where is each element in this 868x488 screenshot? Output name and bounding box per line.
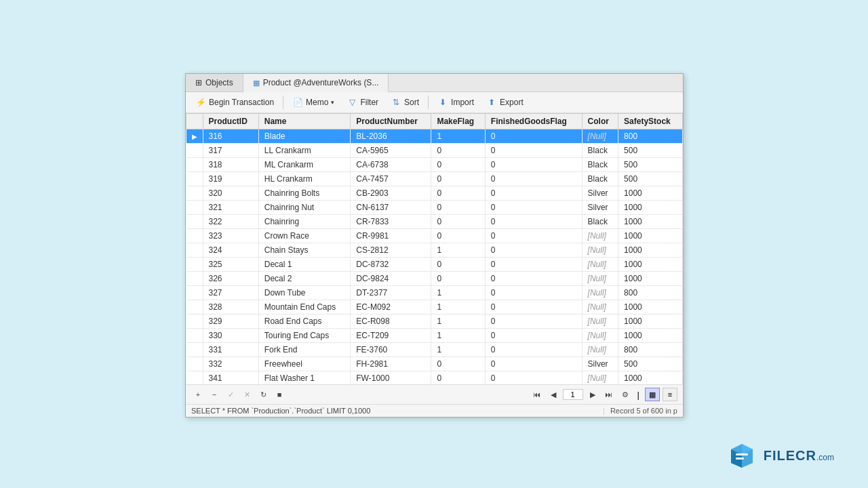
table-row[interactable]: 318ML CrankarmCA-673800Black500 [186, 158, 683, 172]
cell-color: [Null] [582, 229, 618, 243]
filter-button[interactable]: ▽ Filter [341, 95, 384, 110]
row-indicator [186, 272, 203, 286]
cell-makeflag: 0 [431, 258, 485, 272]
cell-color: Black [582, 144, 618, 158]
cell-finishedgoodsflag: 0 [485, 357, 582, 371]
table-row[interactable]: ▶316BladeBL-203610[Null]800 [186, 129, 683, 144]
cancel-button[interactable]: ✕ [240, 388, 254, 401]
table-row[interactable]: 325Decal 1DC-873200[Null]1000 [186, 258, 683, 272]
table-row[interactable]: 327Down TubeDT-237710[Null]800 [186, 286, 683, 300]
tab-objects[interactable]: ⊞ Objects [186, 74, 243, 92]
cell-makeflag: 1 [431, 314, 485, 329]
table-row[interactable]: 328Mountain End CapsEC-M09210[Null]1000 [186, 300, 683, 314]
table-row[interactable]: 319HL CrankarmCA-745700Black500 [186, 172, 683, 186]
table-row[interactable]: 322ChainringCR-783300Black1000 [186, 215, 683, 229]
prev-page-button[interactable]: ◀ [547, 388, 560, 401]
cell-productnumber: EC-M092 [351, 300, 431, 314]
cell-name: Chainring [258, 215, 350, 229]
col-safety-stock[interactable]: SafetyStock [618, 114, 683, 129]
cell-safetystock: 500 [618, 172, 683, 186]
grid-view-button[interactable]: ▦ [645, 388, 660, 401]
cell-makeflag: 0 [431, 144, 485, 158]
cell-name: Crown Race [258, 229, 350, 243]
memo-button[interactable]: 📄 Memo ▾ [287, 95, 340, 110]
next-page-button[interactable]: ▶ [586, 388, 599, 401]
filecr-icon [731, 444, 758, 468]
table-row[interactable]: 323Crown RaceCR-998100[Null]1000 [186, 229, 683, 243]
cell-makeflag: 0 [431, 229, 485, 243]
row-indicator [186, 371, 203, 385]
col-make-flag[interactable]: MakeFlag [431, 114, 485, 129]
cell-color: Black [582, 215, 618, 229]
cell-color: [Null] [582, 272, 618, 286]
add-row-button[interactable]: + [191, 388, 205, 401]
sort-label: Sort [404, 98, 419, 107]
cell-safetystock: 500 [618, 144, 683, 158]
cell-name: ML Crankarm [258, 158, 350, 172]
cell-name: Chain Stays [258, 243, 350, 258]
cell-makeflag: 0 [431, 371, 485, 385]
first-page-button[interactable]: ⏮ [530, 388, 544, 401]
table-row[interactable]: 324Chain StaysCS-281210[Null]1000 [186, 243, 683, 258]
filecr-logo: FILECR.com [731, 444, 834, 468]
cell-makeflag: 1 [431, 129, 485, 144]
cell-name: Decal 2 [258, 272, 350, 286]
import-button[interactable]: ⬇ Import [432, 95, 479, 110]
row-indicator [186, 243, 203, 258]
cell-name: Chainring Nut [258, 201, 350, 215]
export-button[interactable]: ⬆ Export [481, 95, 529, 110]
cell-finishedgoodsflag: 0 [485, 229, 582, 243]
cell-productnumber: CB-2903 [351, 186, 431, 201]
refresh-button[interactable]: ↻ [256, 388, 270, 401]
form-view-button[interactable]: ≡ [663, 388, 677, 401]
cell-color: Black [582, 172, 618, 186]
cell-productid: 318 [203, 158, 258, 172]
cell-safetystock: 800 [618, 129, 683, 144]
cell-makeflag: 0 [431, 201, 485, 215]
row-indicator [186, 258, 203, 272]
cell-makeflag: 0 [431, 172, 485, 186]
cell-productnumber: BL-2036 [351, 129, 431, 144]
cell-productid: 341 [203, 371, 258, 385]
col-name[interactable]: Name [258, 114, 350, 129]
settings-button[interactable]: ⚙ [618, 388, 632, 401]
cell-finishedgoodsflag: 0 [485, 186, 582, 201]
delete-row-button[interactable]: − [208, 388, 221, 401]
table-row[interactable]: 326Decal 2DC-982400[Null]1000 [186, 272, 683, 286]
table-row[interactable]: 330Touring End CapsEC-T20910[Null]1000 [186, 329, 683, 343]
table-row[interactable]: 317LL CrankarmCA-596500Black500 [186, 144, 683, 158]
stop-button[interactable]: ■ [273, 388, 286, 401]
import-icon: ⬇ [437, 97, 448, 108]
objects-icon: ⊞ [195, 78, 202, 87]
cell-productnumber: CA-5965 [351, 144, 431, 158]
col-product-id[interactable]: ProductID [203, 114, 258, 129]
table-row[interactable]: 329Road End CapsEC-R09810[Null]1000 [186, 314, 683, 329]
table-row[interactable]: 341Flat Washer 1FW-100000[Null]1000 [186, 371, 683, 385]
tab-product[interactable]: ▦ Product @AdventureWorks (S... [243, 74, 389, 92]
begin-transaction-button[interactable]: ⚡ Begin Transaction [190, 95, 279, 110]
page-input[interactable] [563, 389, 583, 400]
table-row[interactable]: 331Fork EndFE-376010[Null]800 [186, 343, 683, 357]
main-window: ⊞ Objects ▦ Product @AdventureWorks (S..… [185, 73, 684, 418]
table-row[interactable]: 321Chainring NutCN-613700Silver1000 [186, 201, 683, 215]
cell-productid: 327 [203, 286, 258, 300]
memo-icon: 📄 [292, 97, 303, 108]
cell-safetystock: 800 [618, 343, 683, 357]
cell-safetystock: 1000 [618, 314, 683, 329]
cell-finishedgoodsflag: 0 [485, 329, 582, 343]
col-product-number[interactable]: ProductNumber [351, 114, 431, 129]
table-row[interactable]: 320Chainring BoltsCB-290300Silver1000 [186, 186, 683, 201]
col-finished-goods-flag[interactable]: FinishedGoodsFlag [485, 114, 582, 129]
sort-button[interactable]: ⇅ Sort [385, 95, 425, 110]
cell-finishedgoodsflag: 0 [485, 300, 582, 314]
col-color[interactable]: Color [582, 114, 618, 129]
last-page-button[interactable]: ⏭ [602, 388, 616, 401]
table-row[interactable]: 332FreewheelFH-298100Silver500 [186, 357, 683, 371]
cell-safetystock: 500 [618, 158, 683, 172]
filecr-domain: .com [816, 453, 834, 462]
cell-finishedgoodsflag: 0 [485, 158, 582, 172]
cell-productnumber: CS-2812 [351, 243, 431, 258]
toolbar-separator-1 [283, 96, 283, 109]
confirm-button[interactable]: ✓ [224, 388, 237, 401]
cell-productnumber: CA-6738 [351, 158, 431, 172]
